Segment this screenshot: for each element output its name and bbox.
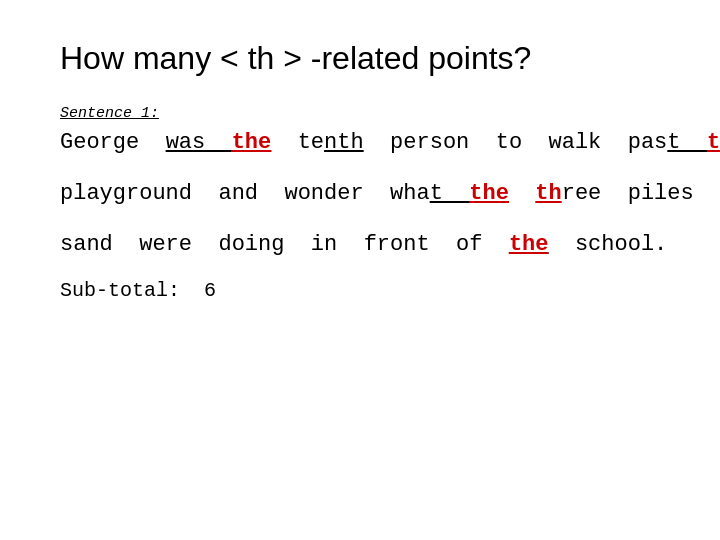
the-highlight-1: the bbox=[232, 130, 272, 155]
the-highlight-4: the bbox=[509, 232, 549, 257]
three-highlight: th bbox=[535, 181, 561, 206]
line2-block: playground and wonder what the three pil… bbox=[60, 177, 660, 210]
line3-block: sand were doing in front of the school. bbox=[60, 228, 660, 261]
sentence-line-1: George was the tenth person to walk past… bbox=[60, 126, 660, 159]
what-the-underline: t the bbox=[430, 181, 509, 206]
subtotal-label: Sub-total: bbox=[60, 279, 180, 302]
the-highlight-2: the bbox=[707, 130, 720, 155]
sentence-block: Sentence 1: George was the tenth person … bbox=[60, 105, 660, 159]
sentence-label: Sentence 1: bbox=[60, 105, 660, 122]
the-highlight-3: the bbox=[469, 181, 509, 206]
was-the-span: was the bbox=[166, 130, 272, 155]
main-container: How many < th > -related points? Sentenc… bbox=[0, 0, 720, 342]
sentence-line-2: playground and wonder what the three pil… bbox=[60, 177, 660, 210]
subtotal-value: 6 bbox=[204, 279, 216, 302]
page-title: How many < th > -related points? bbox=[60, 40, 660, 77]
past-the-underline: t the bbox=[667, 130, 720, 155]
sentence-line-3: sand were doing in front of the school. bbox=[60, 228, 660, 261]
nth-underline: nth bbox=[324, 130, 364, 155]
subtotal-block: Sub-total: 6 bbox=[60, 279, 660, 302]
the-underline-front: the bbox=[509, 232, 549, 257]
